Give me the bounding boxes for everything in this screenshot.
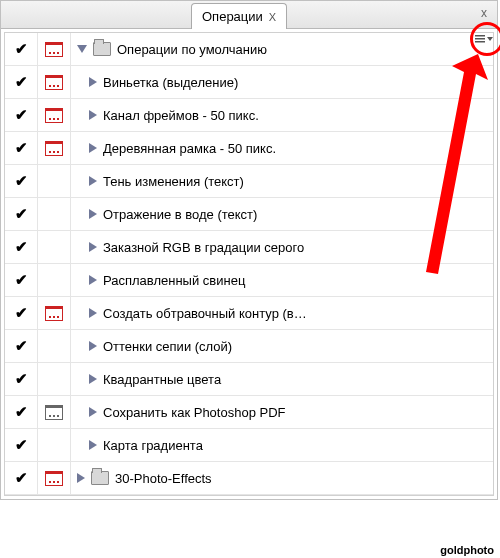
chevron-right-icon[interactable] (89, 275, 97, 285)
row-label: Канал фреймов - 50 пикс. (103, 108, 259, 123)
toggle-dialog[interactable] (38, 264, 71, 296)
svg-marker-3 (487, 37, 493, 41)
actions-list: ✔Операции по умолчанию✔Виньетка (выделен… (4, 32, 494, 496)
check-icon: ✔ (15, 337, 28, 355)
check-icon: ✔ (15, 469, 28, 487)
toggle-check[interactable]: ✔ (5, 198, 38, 230)
action-row[interactable]: ✔Отражение в воде (текст) (5, 198, 493, 231)
toggle-dialog[interactable] (38, 396, 71, 428)
row-label: Тень изменения (текст) (103, 174, 244, 189)
row-label: Отражение в воде (текст) (103, 207, 257, 222)
check-icon: ✔ (15, 106, 28, 124)
check-icon: ✔ (15, 403, 28, 421)
chevron-right-icon[interactable] (77, 473, 85, 483)
toggle-dialog[interactable] (38, 99, 71, 131)
action-row[interactable]: ✔Заказной RGB в градации серого (5, 231, 493, 264)
folder-icon (91, 471, 109, 485)
chevron-right-icon[interactable] (89, 110, 97, 120)
chevron-right-icon[interactable] (89, 143, 97, 153)
action-set-row[interactable]: ✔Операции по умолчанию (5, 33, 493, 66)
action-row[interactable]: ✔Расплавленный свинец (5, 264, 493, 297)
chevron-right-icon[interactable] (89, 440, 97, 450)
svg-rect-2 (475, 41, 485, 43)
tab-title: Операции (202, 9, 263, 24)
action-set-row[interactable]: ✔30-Photo-Effects (5, 462, 493, 495)
toggle-dialog[interactable] (38, 66, 71, 98)
titlebar: Операции X x (1, 1, 497, 29)
toggle-check[interactable]: ✔ (5, 396, 38, 428)
row-label: Оттенки сепии (слой) (103, 339, 232, 354)
toggle-dialog[interactable] (38, 165, 71, 197)
panel-menu-button[interactable] (473, 31, 493, 47)
panel-tab[interactable]: Операции X (191, 3, 287, 29)
toggle-dialog[interactable] (38, 297, 71, 329)
toggle-dialog[interactable] (38, 132, 71, 164)
dialog-icon (45, 42, 63, 57)
toggle-check[interactable]: ✔ (5, 462, 38, 494)
row-content: Канал фреймов - 50 пикс. (71, 99, 493, 131)
row-content: Оттенки сепии (слой) (71, 330, 493, 362)
action-row[interactable]: ✔Деревянная рамка - 50 пикс. (5, 132, 493, 165)
dialog-icon (45, 306, 63, 321)
check-icon: ✔ (15, 139, 28, 157)
folder-icon (93, 42, 111, 56)
dialog-icon (45, 471, 63, 486)
row-label: Карта градиента (103, 438, 203, 453)
row-label: Операции по умолчанию (117, 42, 267, 57)
row-content: Расплавленный свинец (71, 264, 493, 296)
action-row[interactable]: ✔Карта градиента (5, 429, 493, 462)
row-content: Деревянная рамка - 50 пикс. (71, 132, 493, 164)
row-content: Тень изменения (текст) (71, 165, 493, 197)
toggle-dialog[interactable] (38, 330, 71, 362)
dialog-icon (45, 405, 63, 420)
toggle-check[interactable]: ✔ (5, 264, 38, 296)
toggle-dialog[interactable] (38, 429, 71, 461)
check-icon: ✔ (15, 73, 28, 91)
toggle-check[interactable]: ✔ (5, 231, 38, 263)
row-label: Сохранить как Photoshop PDF (103, 405, 286, 420)
chevron-right-icon[interactable] (89, 407, 97, 417)
toggle-check[interactable]: ✔ (5, 297, 38, 329)
toggle-check[interactable]: ✔ (5, 165, 38, 197)
toggle-check[interactable]: ✔ (5, 132, 38, 164)
chevron-right-icon[interactable] (89, 209, 97, 219)
toggle-check[interactable]: ✔ (5, 330, 38, 362)
close-icon[interactable]: x (477, 7, 491, 21)
action-row[interactable]: ✔Квадрантные цвета (5, 363, 493, 396)
action-row[interactable]: ✔Тень изменения (текст) (5, 165, 493, 198)
check-icon: ✔ (15, 436, 28, 454)
check-icon: ✔ (15, 40, 28, 58)
action-row[interactable]: ✔Виньетка (выделение) (5, 66, 493, 99)
toggle-dialog[interactable] (38, 231, 71, 263)
chevron-right-icon[interactable] (89, 308, 97, 318)
check-icon: ✔ (15, 370, 28, 388)
chevron-right-icon[interactable] (89, 242, 97, 252)
chevron-right-icon[interactable] (89, 341, 97, 351)
action-row[interactable]: ✔Оттенки сепии (слой) (5, 330, 493, 363)
toggle-dialog[interactable] (38, 198, 71, 230)
row-content: 30-Photo-Effects (71, 462, 493, 494)
toggle-dialog[interactable] (38, 462, 71, 494)
svg-rect-1 (475, 38, 485, 40)
chevron-right-icon[interactable] (89, 374, 97, 384)
chevron-right-icon[interactable] (89, 176, 97, 186)
dialog-icon (45, 108, 63, 123)
dialog-icon (45, 141, 63, 156)
toggle-check[interactable]: ✔ (5, 429, 38, 461)
action-row[interactable]: ✔Создать обтравочный контур (в… (5, 297, 493, 330)
chevron-right-icon[interactable] (89, 77, 97, 87)
action-row[interactable]: ✔Сохранить как Photoshop PDF (5, 396, 493, 429)
toggle-check[interactable]: ✔ (5, 363, 38, 395)
tab-close-icon[interactable]: X (269, 11, 276, 23)
toggle-check[interactable]: ✔ (5, 99, 38, 131)
chevron-down-icon[interactable] (77, 45, 87, 53)
row-content: Сохранить как Photoshop PDF (71, 396, 493, 428)
action-row[interactable]: ✔Канал фреймов - 50 пикс. (5, 99, 493, 132)
row-content: Квадрантные цвета (71, 363, 493, 395)
toggle-check[interactable]: ✔ (5, 66, 38, 98)
toggle-dialog[interactable] (38, 363, 71, 395)
check-icon: ✔ (15, 172, 28, 190)
toggle-check[interactable]: ✔ (5, 33, 38, 65)
row-label: Заказной RGB в градации серого (103, 240, 304, 255)
toggle-dialog[interactable] (38, 33, 71, 65)
